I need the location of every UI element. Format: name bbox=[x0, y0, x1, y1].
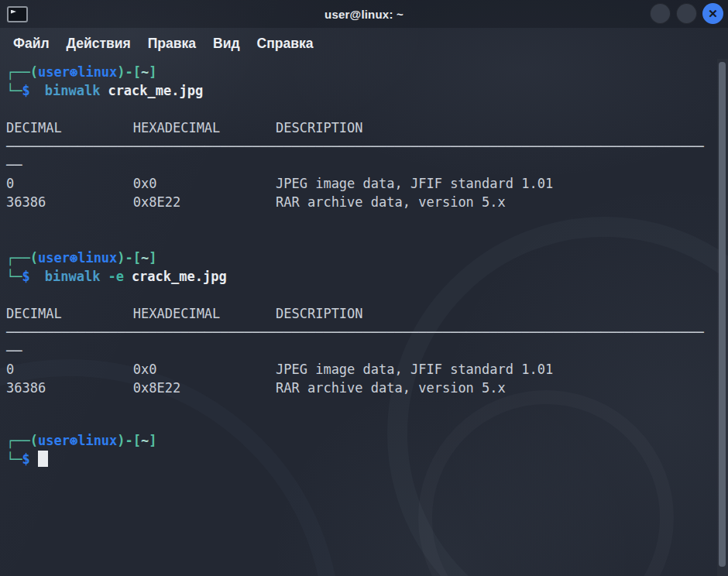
prompt-frame: ┌──( bbox=[6, 64, 38, 80]
prompt-cwd: ~ bbox=[141, 64, 149, 80]
output-row: 36386 0x8E22 RAR archive data, version 5… bbox=[6, 379, 713, 397]
prompt-cwd: ~ bbox=[141, 433, 149, 448]
terminal-cursor bbox=[38, 451, 48, 467]
prompt-frame: ┌──( bbox=[6, 250, 38, 266]
binwalk-output-2: DECIMAL HEXADECIMAL DESCRIPTION ────────… bbox=[6, 304, 713, 397]
prompt-frame: ] bbox=[149, 433, 156, 448]
output-row: 0 0x0 JPEG image data, JFIF standard 1.0… bbox=[6, 360, 713, 379]
output-header: DECIMAL HEXADECIMAL DESCRIPTION bbox=[6, 304, 713, 323]
output-row: 0 0x0 JPEG image data, JFIF standard 1.0… bbox=[6, 174, 713, 193]
output-header: DECIMAL HEXADECIMAL DESCRIPTION bbox=[6, 118, 713, 137]
prompt-frame: ┌──( bbox=[6, 433, 38, 448]
menu-item-view[interactable]: Вид bbox=[204, 36, 249, 52]
scrollbar-thumb[interactable] bbox=[719, 62, 726, 567]
menu-bar: Файл Действия Правка Вид Справка bbox=[0, 28, 728, 59]
maximize-button[interactable] bbox=[676, 3, 697, 24]
prompt-line: ┌──(user⊛linux)-[~] bbox=[6, 63, 713, 81]
output-separator-wrap: ── bbox=[6, 341, 713, 360]
output-row: 36386 0x8E22 RAR archive data, version 5… bbox=[6, 193, 713, 211]
prompt-frame: └─ bbox=[6, 269, 22, 284]
kali-at-icon: ⊛ bbox=[70, 64, 77, 80]
minimize-button[interactable] bbox=[650, 3, 671, 24]
prompt-host: linux bbox=[77, 64, 117, 80]
output-separator: ────────────────────────────────────────… bbox=[6, 137, 713, 156]
binwalk-output-1: DECIMAL HEXADECIMAL DESCRIPTION ────────… bbox=[6, 118, 713, 211]
command-arg-file: crack_me.jpg bbox=[132, 269, 227, 284]
window-title: user@linux: ~ bbox=[0, 8, 728, 21]
prompt-host: linux bbox=[77, 250, 117, 266]
prompt-frame: ] bbox=[149, 250, 156, 266]
prompt-frame: ] bbox=[149, 64, 156, 80]
prompt-host: linux bbox=[77, 433, 117, 448]
command-name: binwalk bbox=[45, 269, 101, 284]
prompt-symbol: $ bbox=[22, 83, 29, 98]
prompt-block-3: ┌──(user⊛linux)-[~] └─$ bbox=[6, 431, 713, 468]
close-icon: ✕ bbox=[708, 7, 718, 21]
prompt-cwd: ~ bbox=[141, 250, 149, 266]
command-arg-file: crack_me.jpg bbox=[108, 83, 203, 98]
prompt-frame: └─ bbox=[6, 451, 22, 467]
menu-item-help[interactable]: Справка bbox=[249, 36, 322, 52]
scrollbar-track[interactable] bbox=[717, 59, 728, 576]
terminal-content[interactable]: ┌──(user⊛linux)-[~] └─$binwalkcrack_me.j… bbox=[0, 59, 728, 576]
titlebar[interactable]: user@linux: ~ ✕ bbox=[0, 0, 728, 28]
close-button[interactable]: ✕ bbox=[702, 3, 723, 24]
prompt-user: user bbox=[38, 433, 70, 448]
prompt-block-2: ┌──(user⊛linux)-[~] └─$binwalk-ecrack_me… bbox=[6, 249, 713, 286]
menu-item-edit[interactable]: Правка bbox=[139, 36, 204, 52]
output-separator-wrap: ── bbox=[6, 156, 713, 174]
kali-at-icon: ⊛ bbox=[70, 433, 77, 448]
prompt-line: ┌──(user⊛linux)-[~] bbox=[6, 249, 713, 267]
window-controls: ✕ bbox=[650, 3, 723, 24]
prompt-frame: └─ bbox=[6, 83, 22, 98]
output-separator: ────────────────────────────────────────… bbox=[6, 323, 713, 341]
prompt-block-1: ┌──(user⊛linux)-[~] └─$binwalkcrack_me.j… bbox=[6, 63, 713, 100]
prompt-frame: )-[ bbox=[117, 433, 141, 448]
prompt-frame: )-[ bbox=[117, 64, 141, 80]
menu-item-file[interactable]: Файл bbox=[5, 36, 58, 52]
prompt-frame: )-[ bbox=[117, 250, 141, 266]
prompt-user: user bbox=[38, 64, 70, 80]
prompt-symbol: $ bbox=[22, 451, 29, 467]
kali-at-icon: ⊛ bbox=[70, 250, 77, 266]
prompt-line: ┌──(user⊛linux)-[~] bbox=[6, 431, 713, 450]
command-line: └─$ bbox=[6, 450, 713, 468]
command-line: └─$binwalkcrack_me.jpg bbox=[6, 81, 713, 100]
command-flag: -e bbox=[108, 269, 123, 284]
command-line: └─$binwalk-ecrack_me.jpg bbox=[6, 267, 713, 286]
prompt-user: user bbox=[38, 250, 70, 266]
command-name: binwalk bbox=[45, 83, 101, 98]
prompt-symbol: $ bbox=[22, 269, 29, 284]
menu-item-actions[interactable]: Действия bbox=[58, 36, 139, 52]
